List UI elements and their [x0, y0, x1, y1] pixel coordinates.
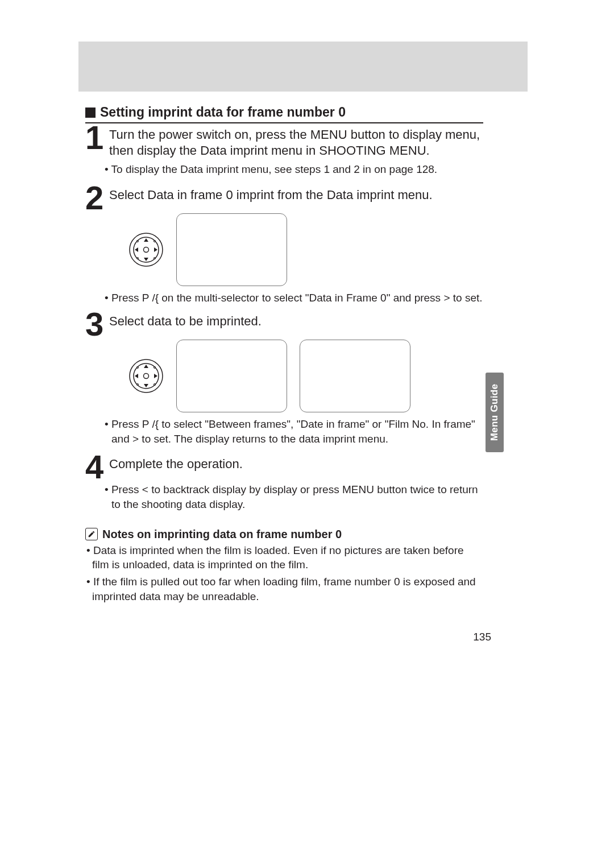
step-3-figures: [128, 340, 483, 412]
page-number: 135: [473, 631, 491, 643]
svg-marker-4: [144, 258, 148, 261]
svg-point-8: [154, 241, 155, 242]
lcd-screen-placeholder: [176, 340, 287, 412]
svg-point-20: [136, 383, 138, 385]
step-sub: Press P /{ on the multi-selector to sele…: [103, 291, 483, 305]
note-item: Data is imprinted when the film is loade…: [85, 543, 483, 572]
step-sub: To display the Data imprint menu, see st…: [103, 162, 483, 177]
svg-point-18: [136, 366, 138, 368]
step-heading: Select Data in frame 0 imprint from the …: [109, 187, 483, 203]
step-heading: Select data to be imprinted.: [109, 313, 483, 329]
step-4: 4 Complete the operation. Press < to bac…: [85, 456, 483, 511]
header-band: [78, 42, 528, 92]
step-1: 1 Turn the power switch on, press the ME…: [85, 127, 483, 177]
svg-point-13: [144, 373, 149, 378]
svg-marker-14: [144, 365, 148, 368]
svg-point-0: [130, 233, 163, 266]
svg-point-21: [154, 383, 155, 385]
step-sub: Press < to backtrack display by display …: [103, 482, 483, 511]
svg-marker-17: [154, 374, 157, 378]
svg-marker-15: [144, 384, 148, 387]
step-number: 1: [85, 121, 103, 154]
side-tab-label: Menu Guide: [489, 384, 500, 441]
svg-point-10: [154, 258, 155, 259]
page-content: Setting imprint data for frame number 0 …: [85, 105, 483, 604]
notes-heading-row: Notes on imprinting data on frame number…: [85, 528, 483, 541]
step-2-figures: [128, 213, 483, 286]
step-3: 3 Select data to be imprinted.: [85, 313, 483, 446]
step-number: 3: [85, 308, 103, 341]
step-heading: Complete the operation.: [109, 456, 483, 472]
svg-point-11: [130, 359, 163, 392]
svg-marker-6: [154, 247, 157, 252]
manual-page: Menu Guide Setting imprint data for fram…: [0, 0, 614, 868]
svg-point-7: [136, 241, 138, 242]
svg-point-2: [144, 247, 149, 253]
multi-selector-icon: [128, 358, 164, 394]
lcd-screen-placeholder: [176, 213, 287, 286]
square-bullet-icon: [85, 108, 96, 118]
step-number: 2: [85, 181, 103, 214]
section-title-row: Setting imprint data for frame number 0: [85, 105, 483, 123]
section-title: Setting imprint data for frame number 0: [100, 105, 346, 120]
step-sub: Press P /{ to select "Between frames", "…: [103, 417, 483, 446]
step-number: 4: [85, 450, 103, 483]
svg-marker-16: [135, 374, 138, 378]
lcd-screen-placeholder: [300, 340, 410, 412]
notes-title: Notes on imprinting data on frame number…: [102, 528, 342, 541]
side-tab: Menu Guide: [486, 373, 504, 452]
step-heading: Turn the power switch on, press the MENU…: [109, 127, 483, 159]
svg-marker-3: [144, 238, 148, 242]
svg-point-9: [136, 258, 138, 259]
multi-selector-icon: [128, 232, 164, 267]
svg-point-19: [154, 366, 155, 368]
pencil-icon: [85, 528, 98, 540]
step-2: 2 Select Data in frame 0 imprint from th…: [85, 187, 483, 305]
note-item: If the film is pulled out too far when l…: [85, 574, 483, 604]
svg-marker-5: [135, 247, 138, 252]
